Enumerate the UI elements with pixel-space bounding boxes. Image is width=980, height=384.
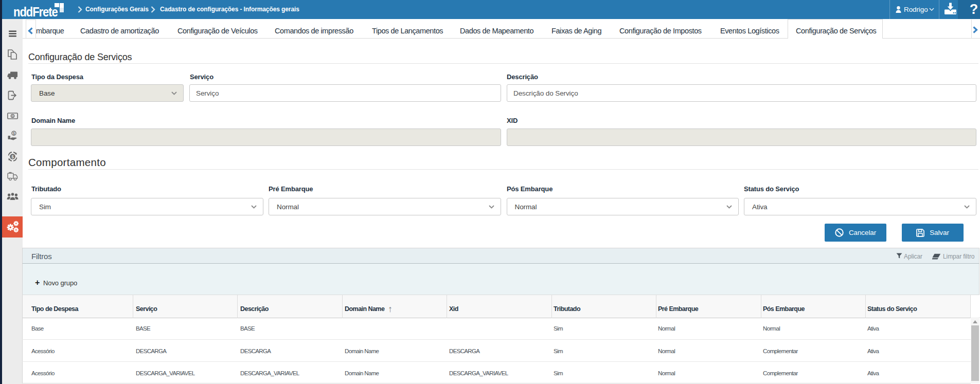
svg-text:$: $ [13,132,15,136]
svg-text:$: $ [11,154,14,159]
